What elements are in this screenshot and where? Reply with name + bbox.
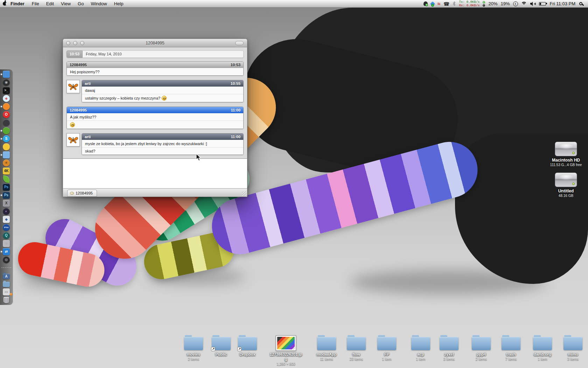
resize-grip[interactable] xyxy=(242,191,246,196)
dock-item-gray-tool-app[interactable]: X xyxy=(0,199,13,207)
running-indicator xyxy=(1,106,2,107)
dock-item-cyberduck[interactable] xyxy=(0,143,13,151)
dock-item-firefox[interactable] xyxy=(0,102,13,110)
dock-item-virtualbox[interactable]: ◆ xyxy=(0,215,13,223)
message-group-12084995: 1208499511:00A jak myślisz?? xyxy=(66,107,244,129)
dock-item-photoshop[interactable]: Ps xyxy=(0,183,13,191)
drive-detail: 111.53 G...4 GB free xyxy=(535,163,588,167)
spotlight-icon[interactable] xyxy=(579,2,582,5)
desktop-item-mimo[interactable]: mimo3 items xyxy=(554,335,588,361)
avatar[interactable] xyxy=(66,133,80,146)
message-input[interactable] xyxy=(63,158,247,188)
desktop-item-1273863226201-jpg[interactable]: 1273863226201.jpg1,280 × 800 xyxy=(267,335,305,366)
dock-item-applications-folder[interactable]: A xyxy=(0,272,13,280)
volume-icon[interactable] xyxy=(530,2,536,6)
pyh-app-icon: PYH xyxy=(3,224,10,231)
net-speed-meter[interactable]: Tx:0.0KB/s Rx:0.0KB/s xyxy=(459,0,479,7)
photoshop-icon: Ps xyxy=(3,184,10,191)
dropbox-icon[interactable] xyxy=(431,2,434,6)
desktop-item-dropbox[interactable]: ↗Dropbox xyxy=(228,335,267,357)
chat-window-titlebar[interactable]: 12084995 xyxy=(63,39,247,47)
dock-item-helmet-app[interactable]: 4K xyxy=(0,167,13,175)
message-group-arti: arti11:00mysle ze kobieta, bo ja jestem … xyxy=(66,133,244,155)
menu-clock[interactable]: Fri 11:03 PM xyxy=(549,1,576,6)
menu-go[interactable]: Go xyxy=(74,0,87,7)
item-detail: 2 items xyxy=(174,357,213,361)
status-dots[interactable] xyxy=(483,1,485,7)
menu-bar-status: ≈ ☎ Tx:0.0KB/s Rx:0.0KB/s 20% 19% ! Fri … xyxy=(424,0,588,7)
menu-view[interactable]: View xyxy=(57,0,74,7)
dock-item-finder[interactable] xyxy=(0,70,13,78)
running-indicator xyxy=(1,154,2,156)
menu-file[interactable]: File xyxy=(28,0,43,7)
blue-sync-app-icon: ⇄ xyxy=(3,248,10,255)
phone-icon[interactable]: ☎ xyxy=(443,1,449,6)
hard-drive-icon xyxy=(555,172,577,187)
dock-item-app-blue-white[interactable] xyxy=(0,151,13,159)
dock-item-opera[interactable]: O xyxy=(0,110,13,118)
dock-item-quicktime-app[interactable]: Q xyxy=(0,231,13,239)
app-blue-white-icon xyxy=(3,151,10,158)
battery-percent-keyboard[interactable]: 20% xyxy=(488,1,497,6)
message-text: mysle ze kobieta, bo ja jestem zbyt leni… xyxy=(85,142,207,146)
dock-item-leaf-app[interactable] xyxy=(0,175,13,183)
avatar[interactable] xyxy=(66,80,80,93)
wifi-icon[interactable] xyxy=(521,2,527,6)
smile-emoticon xyxy=(70,122,75,127)
red-coil-icon[interactable]: ≈ xyxy=(438,2,440,6)
folder-icon xyxy=(317,337,336,350)
chat-tab[interactable]: 12084995 xyxy=(67,190,97,197)
hard-drive-icon xyxy=(555,142,577,156)
dock-item-gray-box-app[interactable]: ◌ xyxy=(0,239,13,247)
message-group-header[interactable]: 1208499510:53 xyxy=(67,62,243,68)
desktop-drive-untitled[interactable]: Untitled48.16 GB xyxy=(535,172,588,198)
sync-alert-icon[interactable]: ! xyxy=(513,1,518,6)
dock-item-unknown-dark-app[interactable] xyxy=(0,118,13,127)
message-row: mysle ze kobieta, bo ja jestem zbyt leni… xyxy=(82,140,243,147)
zoom-button[interactable] xyxy=(80,41,84,45)
minimize-button[interactable] xyxy=(73,41,77,45)
dock-item-pixelmator[interactable]: ◐ xyxy=(0,207,13,215)
minimized-window-icon: ▭ xyxy=(3,288,10,295)
battery-percent-mouse[interactable]: 19% xyxy=(501,1,510,6)
menu-help[interactable]: Help xyxy=(111,0,127,7)
dock-item-ship-wheel-app[interactable]: ✳ xyxy=(0,159,13,167)
message-group-header[interactable]: arti10:55 xyxy=(82,80,243,87)
dock-item-safari[interactable]: ◈ xyxy=(0,94,13,102)
toolbar-pill-button[interactable] xyxy=(235,41,244,45)
message-row: skad? xyxy=(82,147,243,155)
dock-item-trash[interactable] xyxy=(0,296,13,304)
message-group-header[interactable]: arti11:00 xyxy=(82,134,243,140)
dock-item-pyh-app[interactable]: PYH xyxy=(0,223,13,231)
dock-item-dashboard[interactable]: ◉ xyxy=(0,78,13,86)
dock-item-steam[interactable]: ◎ xyxy=(0,255,13,264)
dock-item-blue-sync-app[interactable]: ⇄ xyxy=(0,247,13,255)
chat-tab-bar: 12084995 xyxy=(63,188,247,197)
menu-edit[interactable]: Edit xyxy=(43,0,57,7)
message-row: Hej popiszemy?? xyxy=(67,68,243,75)
bluetooth-icon[interactable] xyxy=(453,1,456,6)
dock-item-minimized-window[interactable]: ▭ xyxy=(0,288,13,296)
message-history[interactable]: 10:53 Friday, May 14, 2010 1208499510:53… xyxy=(63,47,247,158)
dock-item-photoshop-2[interactable]: Ps xyxy=(0,191,13,199)
dock-item-documents-folder[interactable] xyxy=(0,280,13,288)
date-row: 10:53 Friday, May 14, 2010 xyxy=(66,50,244,58)
desktop-drive-macintosh-hd[interactable]: Macintosh HD111.53 G...4 GB free xyxy=(535,142,588,167)
butterfly-avatar-image xyxy=(68,134,79,145)
desktop-item-fp[interactable]: FP1 item xyxy=(368,335,406,361)
menu-window[interactable]: Window xyxy=(87,0,110,7)
safari-icon: ◈ xyxy=(3,95,10,102)
apple-menu[interactable] xyxy=(0,0,9,7)
dock-item-skype[interactable]: S xyxy=(0,135,13,143)
dock-item-gadu-gadu[interactable] xyxy=(0,127,13,135)
dock-item-terminal[interactable]: >_ xyxy=(0,86,13,94)
message-text: dawaj xyxy=(85,88,95,93)
folder-icon xyxy=(184,337,203,350)
battery-icon[interactable] xyxy=(539,2,546,6)
butterfly-avatar-image xyxy=(68,81,79,92)
folder-icon xyxy=(411,337,430,350)
close-button[interactable] xyxy=(66,41,70,45)
message-group-header[interactable]: 1208499511:00 xyxy=(67,107,243,113)
menu-app-name[interactable]: Finder xyxy=(9,0,28,7)
adium-status-icon[interactable] xyxy=(424,1,428,6)
